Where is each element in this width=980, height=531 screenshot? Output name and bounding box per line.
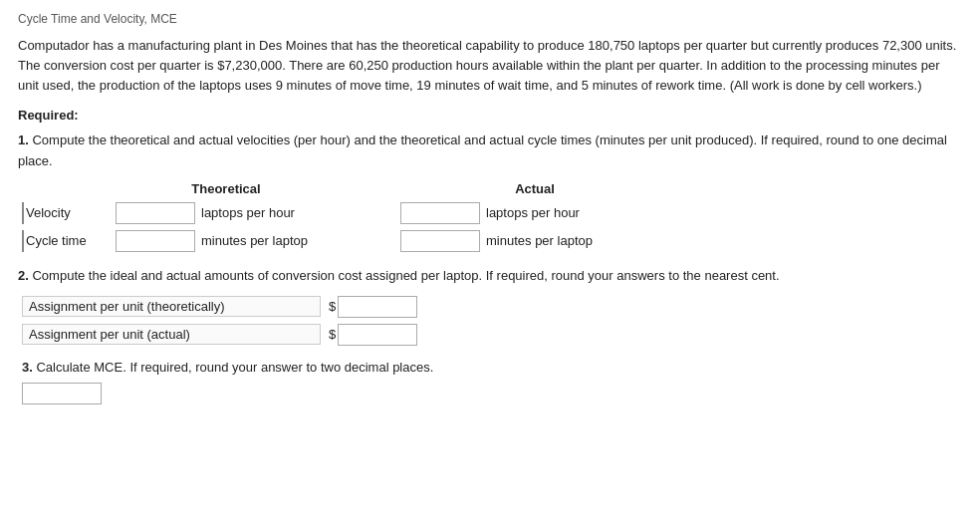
cycle-time-actual-group: minutes per laptop xyxy=(400,230,606,252)
header-theoretical: Theoretical xyxy=(112,181,341,196)
page-title: Cycle Time and Velocity, MCE xyxy=(18,12,962,26)
intro-text: Computador has a manufacturing plant in … xyxy=(18,36,962,96)
cycle-time-row: Cycle time minutes per laptop minutes pe… xyxy=(22,230,962,252)
assignment-theoretical-label: Assignment per unit (theoretically) xyxy=(22,296,321,317)
question-2-body: Compute the ideal and actual amounts of … xyxy=(32,268,779,283)
header-actual: Actual xyxy=(420,181,649,196)
question-1-block: 1. Compute the theoretical and actual ve… xyxy=(18,131,962,251)
assignment-actual-row: Assignment per unit (actual) $ xyxy=(22,324,962,346)
velocity-theoretical-input[interactable] xyxy=(116,202,195,224)
cycle-time-actual-unit: minutes per laptop xyxy=(486,233,606,248)
question-3-block: 3. Calculate MCE. If required, round you… xyxy=(18,360,962,404)
cycle-time-label: Cycle time xyxy=(26,233,116,248)
velocity-actual-unit: laptops per hour xyxy=(486,205,606,220)
velocity-cycle-table: Theoretical Actual Velocity laptops per … xyxy=(18,181,962,252)
cycle-time-actual-input[interactable] xyxy=(400,230,480,252)
assignment-section: Assignment per unit (theoretically) $ As… xyxy=(18,296,962,346)
assignment-actual-label: Assignment per unit (actual) xyxy=(22,324,321,345)
cycle-time-theoretical-input[interactable] xyxy=(116,230,195,252)
question-1-text: 1. Compute the theoretical and actual ve… xyxy=(18,131,962,170)
velocity-theoretical-unit: laptops per hour xyxy=(201,205,321,220)
header-label-cell xyxy=(22,181,112,196)
required-label: Required: xyxy=(18,108,962,123)
question-3-text: 3. Calculate MCE. If required, round you… xyxy=(22,360,962,375)
velocity-actual-input[interactable] xyxy=(400,202,480,224)
question-2-number: 2. xyxy=(18,268,29,283)
assignment-theoretical-row: Assignment per unit (theoretically) $ xyxy=(22,296,962,318)
assignment-theoretical-input[interactable] xyxy=(338,296,417,318)
table-header-row: Theoretical Actual xyxy=(22,181,962,196)
question-3-number: 3. xyxy=(22,360,33,375)
mce-input[interactable] xyxy=(22,383,102,404)
question-1-body: Compute the theoretical and actual veloc… xyxy=(18,133,947,167)
question-2-block: 2. Compute the ideal and actual amounts … xyxy=(18,266,962,346)
assignment-actual-input[interactable] xyxy=(338,324,417,346)
velocity-label: Velocity xyxy=(26,205,116,220)
question-2-text: 2. Compute the ideal and actual amounts … xyxy=(18,266,962,286)
cycle-time-theoretical-unit: minutes per laptop xyxy=(201,233,321,248)
dollar-sign-actual: $ xyxy=(329,327,336,342)
question-3-body: Calculate MCE. If required, round your a… xyxy=(36,360,433,375)
velocity-actual-group: laptops per hour xyxy=(400,202,606,224)
velocity-row: Velocity laptops per hour laptops per ho… xyxy=(22,202,962,224)
question-1-number: 1. xyxy=(18,133,29,147)
dollar-sign-theoretical: $ xyxy=(329,299,336,314)
